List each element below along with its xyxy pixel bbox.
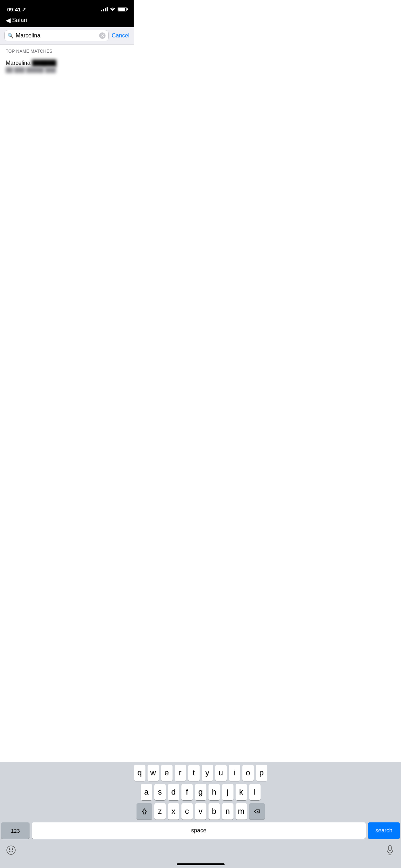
cancel-button[interactable]: Cancel [112, 32, 129, 39]
status-icons [101, 7, 127, 12]
clear-button[interactable]: ✕ [99, 32, 106, 39]
contact-name: Marcelina ██████ [6, 60, 128, 66]
status-bar: 09:41 ➚ [0, 0, 134, 16]
safari-back-label: Safari [12, 17, 27, 24]
signal-icon [101, 7, 108, 11]
search-bar-container: 🔍 ✕ Cancel [0, 27, 134, 45]
contact-name-blurred: ██████ [32, 60, 56, 66]
contact-result-item[interactable]: Marcelina ██████ ██ ███ █████ ███ [0, 56, 134, 76]
search-input-wrapper[interactable]: 🔍 ✕ [4, 30, 109, 41]
time-display: 09:41 [7, 6, 21, 12]
safari-back-nav[interactable]: ◀ Safari [0, 16, 134, 27]
search-input[interactable] [16, 32, 97, 39]
contact-sub: ██ ███ █████ ███ [6, 67, 128, 73]
wifi-icon [110, 7, 115, 12]
battery-icon [118, 7, 127, 11]
section-header: TOP NAME MATCHES [0, 45, 134, 56]
back-arrow-icon: ◀ [6, 16, 11, 24]
search-results-area: TOP NAME MATCHES Marcelina ██████ ██ ███… [0, 45, 134, 76]
location-icon: ➚ [22, 7, 26, 12]
search-icon: 🔍 [7, 33, 14, 38]
